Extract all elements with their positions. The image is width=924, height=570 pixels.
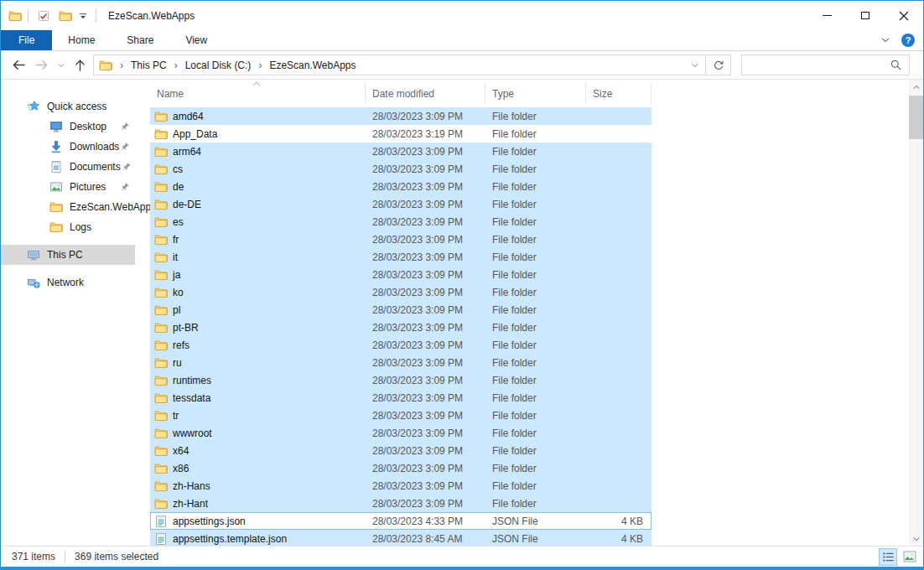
minimize-button[interactable] (807, 1, 846, 30)
file-type: File folder (485, 199, 586, 210)
column-header-size[interactable]: Size (586, 82, 651, 105)
file-row[interactable]: cs28/03/2023 3:09 PMFile folder (150, 160, 651, 178)
file-name-cell: de (150, 180, 366, 194)
file-date-modified: 28/03/2023 3:09 PM (366, 339, 485, 351)
scrollbar-thumb[interactable] (909, 96, 923, 139)
address-bar: ›This PC›Local Disk (C:)›EzeScan.WebApps (1, 51, 923, 80)
search-input[interactable] (742, 60, 890, 71)
file-row[interactable]: appsettings.template.json28/03/2023 8:45… (150, 530, 651, 546)
file-row[interactable]: amd6428/03/2023 3:09 PMFile folder (150, 107, 651, 125)
file-row[interactable]: ko28/03/2023 3:09 PMFile folder (150, 283, 651, 301)
sidebar-item-logs[interactable]: Logs (1, 217, 135, 237)
file-row[interactable]: x6428/03/2023 3:09 PMFile folder (150, 442, 651, 459)
file-row[interactable]: ru28/03/2023 3:09 PMFile folder (150, 354, 651, 371)
back-button[interactable] (12, 59, 26, 71)
file-row[interactable]: it28/03/2023 3:09 PMFile folder (150, 248, 651, 266)
file-name: cs (173, 163, 183, 175)
sidebar-item-desktop[interactable]: Desktop (1, 117, 135, 137)
file-row[interactable]: tr28/03/2023 3:09 PMFile folder (150, 407, 651, 424)
column-header-date-modified[interactable]: Date modified (366, 82, 485, 105)
file-date-modified: 28/03/2023 3:09 PM (366, 357, 485, 369)
forward-button[interactable] (34, 59, 49, 71)
main-area: Quick accessDesktopDownloadsDocumentsPic… (1, 80, 923, 546)
file-type: File folder (485, 339, 586, 351)
qat-properties-button[interactable] (34, 6, 53, 26)
recent-locations-dropdown[interactable] (57, 61, 65, 70)
breadcrumb-segment[interactable]: Local Disk (C:) (185, 60, 252, 71)
folder-icon (154, 180, 168, 194)
file-list-pane[interactable]: Name Date modified Type Size amd6428/03/… (150, 80, 909, 546)
this-pc-icon (27, 248, 40, 262)
maximize-button[interactable] (846, 1, 885, 30)
sidebar-item-ezescan-webapps[interactable]: EzeScan.WebApps (1, 197, 135, 217)
file-row[interactable]: appsettings.json28/03/2023 4:33 PMJSON F… (150, 512, 651, 530)
file-row[interactable]: wwwroot28/03/2023 3:09 PMFile folder (150, 424, 651, 442)
qat-customize-dropdown[interactable] (76, 6, 90, 26)
file-row[interactable]: refs28/03/2023 3:09 PMFile folder (150, 336, 651, 354)
file-row[interactable]: zh-Hant28/03/2023 3:09 PMFile folder (150, 495, 651, 512)
chevron-down-icon (57, 61, 65, 70)
file-date-modified: 28/03/2023 3:09 PM (366, 287, 485, 298)
details-view-button[interactable] (879, 548, 897, 566)
up-button[interactable] (74, 59, 86, 72)
close-button[interactable] (885, 1, 923, 30)
file-name: appsettings.json (173, 516, 246, 527)
sidebar-item-documents[interactable]: Documents (1, 157, 135, 177)
file-name: de-DE (173, 199, 201, 210)
file-name: zh-Hant (173, 498, 208, 510)
ribbon-collapse-button[interactable] (880, 34, 893, 47)
file-row[interactable]: tessdata28/03/2023 3:09 PMFile folder (150, 389, 651, 407)
address-box[interactable]: ›This PC›Local Disk (C:)›EzeScan.WebApps (93, 54, 731, 75)
file-date-modified: 28/03/2023 3:09 PM (366, 428, 485, 439)
sidebar-item-pictures[interactable]: Pictures (1, 177, 135, 197)
refresh-button[interactable] (706, 55, 730, 75)
folder-icon (49, 220, 63, 234)
thumbnails-view-button[interactable] (901, 548, 919, 566)
file-name: runtimes (173, 375, 211, 386)
sidebar-item-quick-access[interactable]: Quick access (1, 96, 135, 117)
file-name: de (173, 181, 184, 193)
file-row[interactable]: arm6428/03/2023 3:09 PMFile folder (150, 142, 651, 160)
file-row[interactable]: ja28/03/2023 3:09 PMFile folder (150, 266, 651, 283)
file-row[interactable]: de-DE28/03/2023 3:09 PMFile folder (150, 195, 651, 213)
sidebar-item-network[interactable]: Network (1, 272, 135, 293)
folder-icon (154, 356, 168, 370)
breadcrumb-segment[interactable]: EzeScan.WebApps (269, 60, 356, 71)
chevron-down-icon (691, 61, 699, 70)
vertical-scrollbar[interactable] (909, 80, 923, 546)
tab-file[interactable]: File (1, 30, 52, 50)
details-view-icon (882, 551, 895, 563)
tab-share[interactable]: Share (111, 30, 169, 50)
file-date-modified: 28/03/2023 3:09 PM (366, 304, 485, 316)
sidebar-item-downloads[interactable]: Downloads (1, 137, 135, 157)
scroll-up-button[interactable] (909, 80, 923, 94)
file-row[interactable]: zh-Hans28/03/2023 3:09 PMFile folder (150, 477, 651, 495)
sidebar-item-this-pc[interactable]: This PC (1, 245, 135, 265)
file-row[interactable]: x8628/03/2023 3:09 PMFile folder (150, 459, 651, 477)
scrollbar-track[interactable] (909, 139, 923, 531)
file-size: 4 KB (586, 516, 651, 527)
file-name: amd64 (173, 111, 204, 122)
address-dropdown-button[interactable] (685, 61, 705, 70)
file-row[interactable]: es28/03/2023 3:09 PMFile folder (150, 213, 651, 231)
file-name-cell: refs (150, 339, 366, 352)
file-row[interactable]: pl28/03/2023 3:09 PMFile folder (150, 301, 651, 319)
scroll-down-button[interactable] (909, 531, 923, 546)
folder-icon (154, 145, 168, 158)
file-row[interactable]: pt-BR28/03/2023 3:09 PMFile folder (150, 319, 651, 336)
file-name-cell: appsettings.template.json (150, 532, 366, 546)
file-list[interactable]: amd6428/03/2023 3:09 PMFile folderApp_Da… (150, 107, 909, 546)
file-date-modified: 28/03/2023 3:19 PM (366, 128, 485, 140)
qat-new-folder-button[interactable] (56, 6, 75, 26)
tab-home[interactable]: Home (52, 30, 111, 50)
help-button[interactable]: ? (901, 34, 915, 47)
file-row[interactable]: runtimes28/03/2023 3:09 PMFile folder (150, 371, 651, 389)
breadcrumb-segment[interactable]: This PC (131, 60, 167, 71)
tab-view[interactable]: View (169, 30, 223, 50)
file-row[interactable]: fr28/03/2023 3:09 PMFile folder (150, 231, 651, 248)
file-row[interactable]: de28/03/2023 3:09 PMFile folder (150, 178, 651, 195)
file-row[interactable]: App_Data28/03/2023 3:19 PMFile folder (150, 125, 651, 142)
status-separator (65, 551, 65, 562)
folder-icon (154, 110, 168, 123)
column-header-type[interactable]: Type (485, 82, 586, 105)
